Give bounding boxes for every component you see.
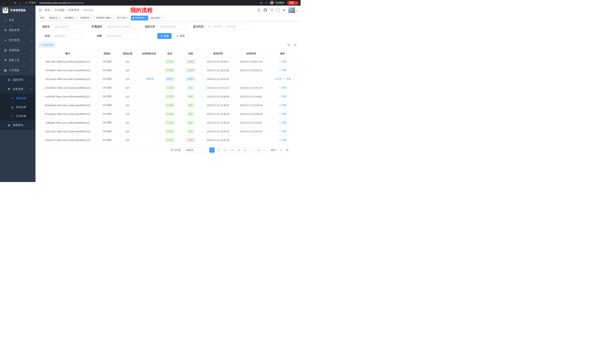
close-icon[interactable]: × xyxy=(161,17,162,19)
detail-action[interactable]: ✎详情 xyxy=(279,86,286,89)
sidebar-item-todo-tasks[interactable]: ◎待办任务 xyxy=(0,103,35,112)
detail-action[interactable]: ✎详情 xyxy=(279,130,286,133)
detail-action[interactable]: ✎详情 xyxy=(279,121,286,124)
tab-流程表单-编辑[interactable]: 流程表单-编辑× xyxy=(94,16,114,20)
close-icon[interactable]: × xyxy=(145,17,147,19)
fullscreen-icon[interactable] xyxy=(277,9,280,12)
create-process-button[interactable]: + 发起流程 xyxy=(39,42,56,48)
tab-label: 发起流程 xyxy=(151,16,160,19)
detail-action[interactable]: ✎详情 xyxy=(279,139,286,142)
cell-end-time: 2022-01-23 00:08:41 xyxy=(234,66,268,75)
submit-time-range-picker[interactable]: 开始日期 - 结束日期 xyxy=(206,24,249,30)
sidebar-collapse-button[interactable] xyxy=(39,9,42,12)
cell-category: OA xyxy=(117,118,138,127)
chevron-down-icon xyxy=(184,26,186,28)
close-icon[interactable]: × xyxy=(127,17,128,19)
page-size-select[interactable]: 10条/页 xyxy=(183,147,201,153)
close-icon[interactable]: × xyxy=(75,17,76,19)
cell-result: 通过 xyxy=(180,118,202,127)
address-bar[interactable]: ⚠ 不安全 dashboard.yudao.iocoder.cn/bpm/tas… xyxy=(25,1,260,4)
bookmark-star-icon[interactable]: ☆ xyxy=(265,1,268,4)
breadcrumb-item: 我的流程 xyxy=(83,9,93,12)
detail-action[interactable]: ✎详情 xyxy=(279,112,286,115)
browser-home-icon[interactable]: ⌂ xyxy=(20,1,21,4)
back-icon[interactable]: ← xyxy=(3,1,5,4)
avatar[interactable] xyxy=(288,7,295,13)
detail-action[interactable]: ✎详情 xyxy=(279,95,286,98)
breadcrumb-item[interactable]: 首页 xyxy=(45,9,50,12)
detail-action[interactable]: ✎详情 xyxy=(279,60,286,63)
cell-category: OA xyxy=(117,136,138,144)
breadcrumb-item[interactable]: 任务管理 xyxy=(69,9,79,12)
detail-action[interactable]: ✎详情 xyxy=(284,77,291,81)
sidebar-item-process-mgmt[interactable]: ☰流程管理 xyxy=(0,75,35,85)
process-def-input[interactable] xyxy=(104,24,140,30)
refresh-button[interactable] xyxy=(293,42,298,47)
detail-action[interactable]: ✎详情 xyxy=(279,104,286,107)
sidebar-item-my-process[interactable]: ✉我的流程 xyxy=(0,94,35,103)
pagination-page-6[interactable]: 6 xyxy=(243,147,248,153)
help-icon[interactable]: ? xyxy=(270,9,273,12)
result-select[interactable]: 请选择流结果 xyxy=(104,33,140,39)
task-link[interactable]: 一级审批 xyxy=(144,77,154,80)
cell-result: 通过 xyxy=(180,110,202,118)
pagination-more-button[interactable]: ··· xyxy=(250,147,255,153)
reload-icon[interactable]: ↻ xyxy=(14,1,17,4)
key-icon[interactable] xyxy=(260,1,263,4)
goto-page-input[interactable] xyxy=(277,147,285,153)
cell-category: OA xyxy=(117,75,138,84)
chevron-down-icon[interactable]: ▾ xyxy=(296,10,298,12)
pagination-page-1[interactable]: 1 xyxy=(209,147,214,153)
pagination-prev-button[interactable]: ‹ xyxy=(203,147,208,153)
status-select[interactable]: 请选择状态 xyxy=(52,33,84,39)
close-icon[interactable]: × xyxy=(90,17,92,19)
reset-button[interactable]: 重置 xyxy=(173,33,188,39)
menu-dots-icon[interactable]: ⋮ xyxy=(295,1,297,4)
result-tag: 通过 xyxy=(187,129,195,134)
close-icon[interactable]: × xyxy=(111,17,113,19)
sidebar-item-home[interactable]: ⌂首页 xyxy=(0,15,35,25)
search-toggle-button[interactable] xyxy=(286,42,291,47)
forward-icon[interactable]: → xyxy=(8,1,11,4)
sidebar-item-system[interactable]: ⚙系统管理 xyxy=(0,25,35,35)
update-button[interactable]: 更新 ⋮ xyxy=(287,1,299,5)
search-icon[interactable] xyxy=(257,9,260,12)
sidebar-item-leave-query[interactable]: ♟请假查询 xyxy=(0,121,35,130)
url-domain: dashboard.yudao.iocoder.cn xyxy=(39,1,70,4)
sidebar-item-devtools[interactable]: ⚒研发工具 xyxy=(0,55,35,65)
cell-result: 通过 xyxy=(180,101,202,110)
font-size-icon[interactable]: Tt xyxy=(283,9,285,12)
pagination-next-button[interactable]: › xyxy=(263,147,268,153)
edit-icon: ✎ xyxy=(279,95,281,98)
search-button[interactable]: 搜索 xyxy=(157,33,172,39)
sidebar-item-workflow[interactable]: ▦工作流程 xyxy=(0,65,35,75)
table-row: 7470a810-7b9b-11ec-b5b7-acde48001122OA 请… xyxy=(39,66,298,75)
tab-用户分组[interactable]: 用户分组× xyxy=(115,16,130,20)
github-icon[interactable] xyxy=(264,9,267,12)
sidebar-item-payment[interactable]: ¥支付管理 xyxy=(0,35,35,45)
edit-icon: ✎ xyxy=(279,69,281,72)
sidebar-item-infra[interactable]: ▤基础设施 xyxy=(0,45,35,55)
tab-首页[interactable]: 首页 xyxy=(39,16,46,20)
tab-流程表单[interactable]: 流程表单× xyxy=(79,16,93,20)
cell-end-time: 2022-01-23 00:07:03 xyxy=(234,57,268,66)
pagination-page-2[interactable]: 2 xyxy=(216,147,221,153)
detail-action[interactable]: ✎详情 xyxy=(279,69,286,72)
chevron-up-icon xyxy=(31,88,32,90)
sidebar-item-done-tasks[interactable]: ✓已办任务 xyxy=(0,112,35,121)
category-select[interactable]: 请选择流程分类 xyxy=(157,24,188,30)
pagination-page-4[interactable]: 4 xyxy=(229,147,235,153)
tab-流程定义[interactable]: 流程定义× xyxy=(47,16,62,20)
cancel-action[interactable]: ⊘取消 xyxy=(274,77,281,81)
close-icon[interactable]: × xyxy=(59,17,60,19)
pagination-page-3[interactable]: 3 xyxy=(223,147,228,153)
pagination-page-11[interactable]: 11 xyxy=(256,147,261,153)
breadcrumb-item[interactable]: 工作流程 xyxy=(54,9,64,12)
pagination-page-5[interactable]: 5 xyxy=(236,147,241,153)
process-name-input[interactable] xyxy=(52,24,84,30)
tab-我的流程[interactable]: 我的流程× xyxy=(131,16,148,20)
sidebar-item-task-mgmt[interactable]: ⚑任务管理 xyxy=(0,85,35,94)
tab-流程模型[interactable]: 流程模型× xyxy=(63,16,78,20)
logo-avatar xyxy=(3,8,8,13)
tab-发起流程[interactable]: 发起流程× xyxy=(149,16,164,20)
